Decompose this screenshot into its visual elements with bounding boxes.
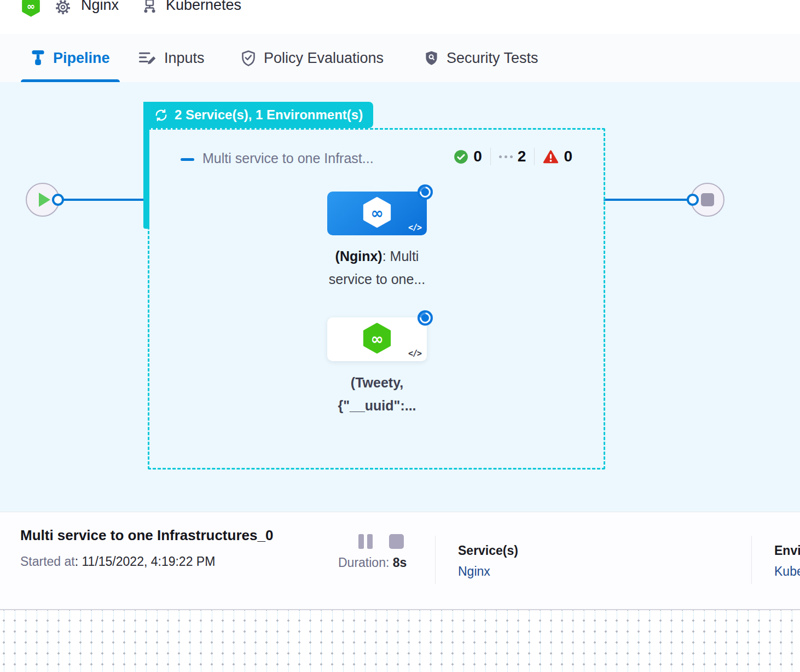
success-count: 0: [473, 148, 482, 165]
stage-status-counts: 0 2 0: [454, 148, 572, 165]
running-count: 2: [518, 148, 526, 165]
execution-summary-bar: Multi service to one Infrastructures_0 S…: [0, 512, 800, 610]
tab-pipeline-label: Pipeline: [53, 50, 110, 67]
inputs-icon: [138, 50, 156, 66]
status-separator: [534, 148, 535, 165]
services-column: Service(s) Nginx: [458, 543, 518, 579]
duration-row: Duration: 8s: [338, 555, 407, 570]
execution-title: Multi service to one Infrastructures_0: [20, 527, 273, 544]
stage-group-box: Multi service to one Infrast... 0 2: [148, 128, 605, 470]
environments-label: Environment(s): [774, 543, 800, 558]
collapse-stage-button[interactable]: [181, 158, 194, 161]
tab-inputs-label: Inputs: [164, 50, 205, 67]
connector-dot: [52, 194, 64, 206]
started-at-row: Started at: 11/15/2022, 4:19:22 PM: [20, 554, 215, 569]
warning-triangle-icon: [543, 149, 559, 164]
breadcrumb-header: ∞ Nginx Kubernetes: [0, 0, 800, 34]
environments-value-link[interactable]: Kubernetes: [774, 564, 800, 579]
duration-value: 8s: [393, 555, 407, 570]
breadcrumb-service-name[interactable]: Nginx: [81, 0, 119, 14]
started-at-value: : 11/15/2022, 4:19:22 PM: [75, 554, 216, 569]
tab-security-tests-label: Security Tests: [447, 50, 538, 67]
running-dots-icon: [499, 155, 513, 158]
edge-stage-to-end: [604, 199, 693, 201]
infrastructure-icon: [141, 0, 158, 16]
loop-icon: [154, 108, 169, 123]
started-at-label: Started at: [20, 554, 75, 569]
pipeline-canvas: 2 Service(s), 1 Environment(s) Multi ser…: [0, 82, 800, 512]
stop-icon: [701, 193, 714, 206]
services-value-link[interactable]: Nginx: [458, 564, 518, 579]
play-icon: [39, 193, 50, 207]
stage-group-badge-label: 2 Service(s), 1 Environment(s): [175, 107, 363, 123]
tab-policy-evaluations-label: Policy Evaluations: [264, 50, 384, 67]
success-check-icon: [454, 149, 468, 164]
policy-shield-check-icon: [241, 50, 256, 67]
tab-inputs[interactable]: Inputs: [138, 34, 205, 82]
log-grid-strip: [0, 609, 800, 672]
services-label: Service(s): [458, 543, 518, 558]
environments-column: Environment(s) Kubernetes: [774, 543, 800, 579]
pipeline-execution-page: ∞ Nginx Kubernetes: [0, 0, 800, 672]
footer-divider: [435, 536, 436, 584]
status-separator: [490, 148, 491, 165]
pipeline-icon: [31, 50, 45, 66]
breadcrumb-environment-name[interactable]: Kubernetes: [166, 0, 241, 14]
connector-dot: [687, 194, 699, 206]
svg-text:∞: ∞: [27, 1, 35, 12]
edge-start-to-stage: [58, 199, 146, 201]
pause-execution-button[interactable]: [358, 534, 373, 549]
harness-service-icon: ∞: [21, 0, 41, 17]
tab-pipeline[interactable]: Pipeline: [31, 34, 110, 82]
failed-count: 0: [564, 148, 572, 165]
stage-group-title: Multi service to one Infrast...: [202, 150, 374, 166]
gear-icon: [54, 0, 72, 16]
tab-policy-evaluations[interactable]: Policy Evaluations: [241, 34, 384, 82]
stage-group-badge[interactable]: 2 Service(s), 1 Environment(s): [143, 102, 373, 128]
stop-execution-button[interactable]: [389, 534, 404, 549]
security-shield-icon: [424, 50, 439, 66]
tab-security-tests[interactable]: Security Tests: [424, 34, 538, 82]
execution-tabbar: Pipeline Inputs Policy Evaluations: [0, 34, 800, 82]
duration-label: Duration:: [338, 555, 389, 570]
footer-divider: [751, 536, 752, 584]
